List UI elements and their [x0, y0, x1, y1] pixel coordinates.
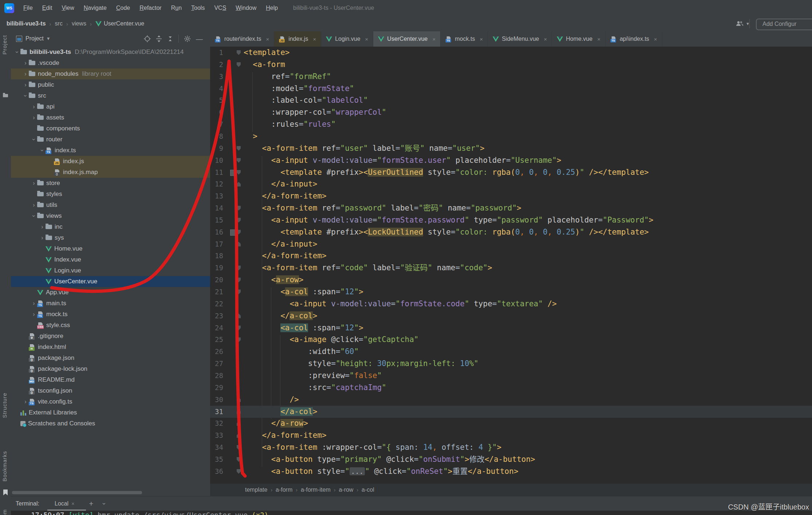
status-breadcrumb-a-col[interactable]: a-col	[362, 487, 374, 493]
code-line-6[interactable]: 6 :wrapper-col="wrapperCol"	[210, 106, 812, 118]
tab-api-index.ts[interactable]: TSapi\index.ts×	[606, 31, 662, 47]
chevron-down-icon[interactable]: ›	[14, 49, 20, 55]
fold-marker-open-icon[interactable]	[237, 457, 241, 462]
code-line-2[interactable]: 2 <a-form	[210, 59, 812, 71]
tree-item-assets[interactable]: ›assets	[11, 112, 210, 123]
menu-run[interactable]: Run	[166, 0, 186, 16]
status-breadcrumb-template[interactable]: template	[245, 487, 267, 493]
webstorm-logo-icon[interactable]: WS	[4, 3, 14, 13]
tree-item-App.vue[interactable]: App.vue	[11, 287, 210, 298]
fold-marker-open-icon[interactable]	[237, 326, 241, 330]
code-line-20[interactable]: 20 <a-row>	[210, 274, 812, 286]
close-icon[interactable]: ×	[71, 501, 74, 507]
code-line-36[interactable]: 36 <a-button style="..." @click="onReSet…	[210, 465, 812, 477]
tree-item-index.html[interactable]: Hindex.html	[11, 342, 210, 353]
code-line-24[interactable]: 24 <a-col :span="12">	[210, 322, 812, 334]
fold-marker-close-icon[interactable]	[237, 433, 241, 438]
chevron-down-icon[interactable]: ›	[22, 93, 29, 99]
chevron-down-icon[interactable]: ›	[39, 147, 46, 154]
status-breadcrumb-a-row[interactable]: a-row	[339, 487, 353, 493]
expand-all-icon[interactable]	[156, 35, 162, 42]
breadcrumb-item-src[interactable]: src	[55, 20, 63, 27]
new-terminal-icon[interactable]: +	[89, 499, 93, 508]
code-line-21[interactable]: 21 <a-col :span="12">	[210, 286, 812, 298]
fold-marker-open-icon[interactable]	[237, 206, 241, 211]
chevron-right-icon[interactable]: ›	[22, 60, 29, 66]
tab-router-index.ts[interactable]: TSrouter\index.ts×	[210, 31, 274, 47]
code-line-3[interactable]: 3 ref="formRef"	[210, 71, 812, 83]
tree-item-index.js.map[interactable]: {}index.js.map	[11, 167, 210, 178]
code-line-28[interactable]: 28 :preview="false"	[210, 370, 812, 382]
tree-item-package.json[interactable]: {}package.json	[11, 353, 210, 363]
fold-marker-open-icon[interactable]	[237, 218, 241, 223]
code-line-14[interactable]: 14 <a-form-item ref="password" label="密码…	[210, 202, 812, 214]
stripe-bookmarks-label[interactable]: Bookmarks	[1, 451, 8, 481]
code-line-4[interactable]: 4 :model="formState"	[210, 83, 812, 95]
tree-item-api[interactable]: ›api	[11, 101, 210, 112]
menu-code[interactable]: Code	[111, 0, 135, 16]
chevron-down-icon[interactable]: ›	[31, 213, 37, 219]
code-line-30[interactable]: 30 />	[210, 394, 812, 406]
menu-view[interactable]: View	[57, 0, 79, 16]
code-editor[interactable]: 1<template>2 <a-form3 ref="formRef"4 :mo…	[210, 47, 812, 484]
chevron-right-icon[interactable]: ›	[22, 71, 29, 77]
menu-tools[interactable]: Tools	[186, 0, 209, 16]
code-line-22[interactable]: 22 <a-input v-model:value="formState.cod…	[210, 298, 812, 310]
gear-icon[interactable]	[184, 35, 191, 42]
fold-marker-open-icon[interactable]	[237, 50, 241, 55]
stripe-structure-label[interactable]: Structure	[1, 393, 8, 418]
chevron-right-icon[interactable]: ›	[39, 224, 46, 230]
tree-item-router[interactable]: ›router	[11, 134, 210, 145]
close-icon[interactable]: ×	[597, 36, 600, 42]
tree-item-utils[interactable]: ›utils	[11, 200, 210, 211]
tab-mock.ts[interactable]: TSmock.ts×	[441, 31, 488, 47]
fold-marker-open-icon[interactable]	[237, 170, 241, 175]
chevron-right-icon[interactable]: ›	[31, 300, 37, 307]
tree-item-public[interactable]: ›public	[11, 79, 210, 90]
tree-item-index.ts[interactable]: ›TSindex.ts	[11, 145, 210, 156]
menu-vcs[interactable]: VCS	[209, 0, 231, 16]
chevron-right-icon[interactable]: ›	[22, 398, 29, 405]
tree-item-package-lock.json[interactable]: {}package-lock.json	[11, 363, 210, 374]
code-line-5[interactable]: 5 :label-col="labelCol"	[210, 94, 812, 106]
folded-region[interactable]: ...	[350, 467, 365, 475]
tree-item-.vscode[interactable]: ›.vscode	[11, 58, 210, 68]
tab-index.js[interactable]: JSindex.js×	[274, 31, 321, 47]
fold-marker-open-icon[interactable]	[237, 62, 241, 67]
code-line-8[interactable]: 8 >	[210, 130, 812, 142]
code-line-18[interactable]: 18 </a-form-item>	[210, 250, 812, 262]
status-breadcrumb-a-form-item[interactable]: a-form-item	[301, 487, 331, 493]
tree-item-External Libraries[interactable]: External Libraries	[11, 407, 210, 418]
code-line-13[interactable]: 13 </a-form-item>	[210, 190, 812, 202]
fold-marker-open-icon[interactable]	[237, 230, 241, 235]
fold-marker-open-icon[interactable]	[237, 278, 241, 282]
code-line-19[interactable]: 19 <a-form-item ref="code" label="验证码" n…	[210, 262, 812, 274]
tab-SideMenu.vue[interactable]: SideMenu.vue×	[488, 31, 552, 47]
project-panel-title[interactable]: Project	[25, 35, 44, 42]
code-line-34[interactable]: 34 <a-form-item :wrapper-col="{ span: 14…	[210, 441, 812, 453]
code-line-10[interactable]: 10 <a-input v-model:value="formState.use…	[210, 154, 812, 166]
status-breadcrumb-a-form[interactable]: a-form	[276, 487, 292, 493]
tree-item-UserCenter.vue[interactable]: UserCenter.vue	[11, 276, 210, 287]
fold-marker-close-icon[interactable]	[237, 314, 241, 318]
code-line-23[interactable]: 23 </a-col>	[210, 310, 812, 322]
tree-item-inc[interactable]: ›inc	[11, 221, 210, 232]
users-icon[interactable]: ▼	[736, 16, 750, 31]
breadcrumb-item-UserCenter.vue[interactable]: UserCenter.vue	[104, 20, 144, 27]
tree-item-tsconfig.json[interactable]: {}tsconfig.json	[11, 385, 210, 396]
tree-item-mock.ts[interactable]: ›TSmock.ts	[11, 309, 210, 320]
code-line-16[interactable]: 16 <template #prefix><LockOutlined style…	[210, 226, 812, 238]
tree-item-store[interactable]: ›store	[11, 178, 210, 189]
add-configuration-button[interactable]: Add Configur	[756, 19, 812, 30]
tree-item-styles[interactable]: styles	[11, 189, 210, 200]
tab-UserCenter.vue[interactable]: UserCenter.vue×	[373, 31, 441, 47]
code-line-17[interactable]: 17 </a-input>	[210, 238, 812, 250]
fold-marker-close-icon[interactable]	[237, 242, 241, 247]
hide-panel-icon[interactable]: —	[196, 35, 203, 42]
code-line-25[interactable]: 25 <a-image @click="getCaptcha"	[210, 334, 812, 346]
fold-marker-open-icon[interactable]	[237, 146, 241, 151]
close-icon[interactable]: ×	[313, 36, 316, 42]
code-line-11[interactable]: 11 <template #prefix><UserOutlined style…	[210, 166, 812, 178]
breadcrumb-item-views[interactable]: views	[72, 20, 86, 27]
collapse-all-icon[interactable]	[167, 35, 173, 42]
